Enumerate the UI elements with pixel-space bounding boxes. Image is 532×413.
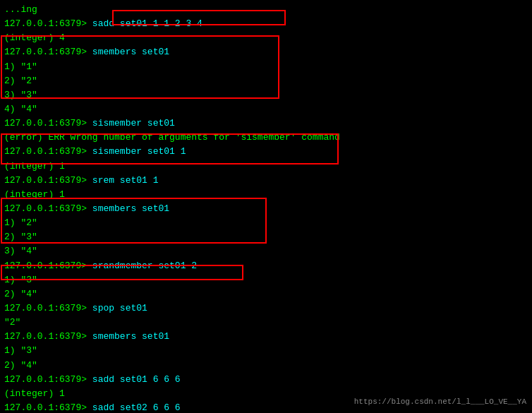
prompt-1: 127.0.0.1:6379>: [4, 18, 92, 29]
prompt-23: 127.0.0.1:6379>: [4, 331, 92, 342]
cmd-3: smembers set01: [92, 47, 169, 57]
cmd-14: smembers set01: [92, 203, 169, 214]
line-15: 1) "2": [4, 216, 528, 230]
prompt-26: 127.0.0.1:6379>: [4, 374, 92, 385]
line-8: 127.0.0.1:6379> sismember set01: [4, 116, 528, 131]
line-21: 127.0.0.1:6379> spop set01: [4, 301, 528, 316]
prompt-12: 127.0.0.1:6379>: [4, 175, 92, 186]
line-9: (error) ERR wrong number of arguments fo…: [4, 131, 528, 145]
prompt-10: 127.0.0.1:6379>: [4, 146, 92, 157]
prompt-3: 127.0.0.1:6379>: [4, 47, 92, 57]
prompt-28: 127.0.0.1:6379>: [4, 402, 92, 413]
line-26: 127.0.0.1:6379> sadd set01 6 6 6: [4, 373, 528, 387]
cmd-18: srandmember set01 2: [92, 261, 197, 271]
line-4: 1) "1": [4, 60, 528, 74]
line-7: 4) "4": [4, 102, 528, 116]
cmd-1: sadd set01 1 1 2 3 4: [92, 18, 202, 29]
cmd-26: sadd set01 6 6 6: [92, 374, 181, 385]
line-18: 127.0.0.1:6379> srandmember set01 2: [4, 259, 528, 273]
line-20: 2) "4": [4, 287, 528, 301]
line-24: 1) "3": [4, 344, 528, 358]
prompt-14: 127.0.0.1:6379>: [4, 203, 92, 214]
line-3: 127.0.0.1:6379> smembers set01: [4, 45, 528, 59]
line-1: 127.0.0.1:6379> sadd set01 1 1 2 3 4: [4, 17, 528, 31]
prompt-8: 127.0.0.1:6379>: [4, 118, 92, 128]
line-10: 127.0.0.1:6379> sismember set01 1: [4, 145, 528, 159]
line-5: 2) "2": [4, 74, 528, 88]
terminal: ...ing 127.0.0.1:6379> sadd set01 1 1 2 …: [0, 0, 532, 413]
line-22: "2": [4, 316, 528, 330]
line-13: (integer) 1: [4, 188, 528, 202]
line-17: 3) "4": [4, 244, 528, 258]
line-23: 127.0.0.1:6379> smembers set01: [4, 330, 528, 344]
line-11: (integer) 1: [4, 160, 528, 174]
line-14: 127.0.0.1:6379> smembers set01: [4, 202, 528, 216]
line-19: 1) "3": [4, 273, 528, 287]
line-25: 2) "4": [4, 359, 528, 373]
cmd-12: srem set01 1: [92, 175, 159, 186]
prompt-18: 127.0.0.1:6379>: [4, 261, 92, 271]
cmd-21: spop set01: [92, 303, 147, 313]
cmd-23: smembers set01: [92, 331, 169, 342]
prompt-21: 127.0.0.1:6379>: [4, 303, 92, 313]
watermark: https://blog.csdn.net/l_l___LO_VE__YA: [354, 397, 526, 406]
line-0: ...ing: [4, 3, 528, 17]
cmd-28: sadd set02 6 6 6: [92, 402, 181, 413]
line-16: 2) "3": [4, 230, 528, 244]
line-12: 127.0.0.1:6379> srem set01 1: [4, 174, 528, 188]
cmd-8: sismember set01: [92, 118, 175, 128]
cmd-10: sismember set01 1: [92, 146, 186, 157]
line-6: 3) "3": [4, 88, 528, 102]
line-2: (integer) 4: [4, 31, 528, 45]
